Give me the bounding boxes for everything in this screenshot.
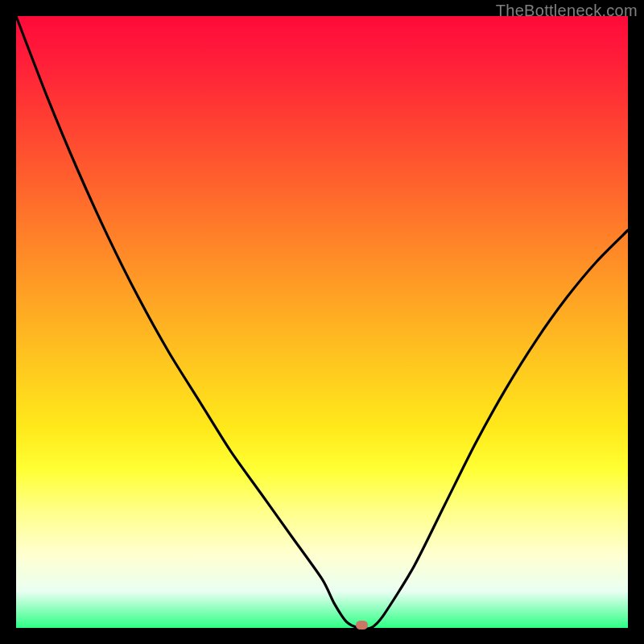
watermark-text: TheBottleneck.com — [496, 2, 638, 20]
highlight-marker — [356, 621, 368, 630]
chart-curve — [16, 16, 628, 628]
chart-container: TheBottleneck.com — [0, 0, 644, 644]
plot-area — [16, 16, 628, 628]
